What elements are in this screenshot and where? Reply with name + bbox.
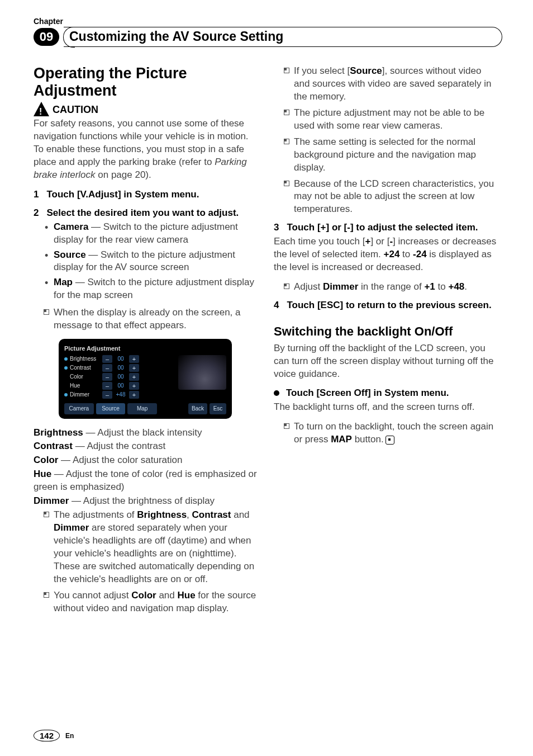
definitions: Brightness — Adjust the black intensity … [34,427,257,508]
text: If you select [ [294,65,350,76]
plus-button[interactable]: + [129,391,139,399]
note-list: If you select [Source], sources without … [274,65,497,216]
fig-value: +48 [112,391,129,399]
text: to [399,249,413,259]
term: -24 [413,249,427,259]
term: Hue [177,590,195,601]
page-title: Customizing the AV Source Setting [64,27,502,47]
step-3: 3Touch [+] or [-] to adjust the selected… [274,221,497,234]
term: Contrast [34,441,73,451]
note-item: Adjust Dimmer in the range of +1 to +48. [294,281,497,294]
minus-button[interactable]: – [102,364,112,372]
subsection-body: By turning off the backlight of the LCD … [274,342,497,381]
text: on page 20). [96,169,151,180]
text: button. [352,434,384,445]
note-item: When the display is already on the scree… [54,306,257,332]
tab-map[interactable]: Map [127,403,157,414]
text: ] or [ [370,236,389,247]
dot-icon [64,366,68,370]
list-item: Camera — Switch to the picture adjustmen… [54,221,257,247]
fig-label: Contrast [70,364,102,372]
term: Color [131,590,156,601]
chapter-badge: 09 [34,28,59,46]
fig-value: 00 [112,373,129,381]
plus-button[interactable]: + [129,382,139,390]
text: You cannot adjust [54,590,131,601]
note-item: If you select [Source], sources without … [294,65,497,103]
note-list: To turn on the backlight, touch the scre… [274,420,497,446]
action-bullet: Touch [Screen Off] in System menu. [274,387,497,400]
text: Each time you touch [ [274,236,365,247]
picture-adjustment-screenshot: Picture Adjustment Brightness–00+ Contra… [59,339,232,418]
term: Contrast [192,509,231,520]
fig-label: Brightness [70,355,102,363]
caution-label: CAUTION [53,103,98,116]
text: — Adjust the color saturation [58,455,182,465]
term: Map [54,277,73,287]
step-text: Touch [ESC] to return to the previous sc… [287,300,491,310]
plus-button[interactable]: + [129,373,139,381]
note-item: You cannot adjust Color and Hue for the … [54,589,257,615]
header-row: 09 Customizing the AV Source Setting [34,27,502,47]
step-2: 2Select the desired item you want to adj… [34,207,257,220]
left-column: Operating the Picture Adjustment CAUTION… [34,65,257,620]
text: — Adjust the contrast [73,441,165,451]
language-code: En [65,732,74,740]
text: to [435,281,449,292]
warning-icon [34,102,49,116]
term: Dimmer [323,281,358,292]
tab-camera[interactable]: Camera [64,403,94,414]
term: + [365,236,370,247]
term: MAP [331,434,352,445]
term: +48 [448,281,464,292]
note-item: The same setting is selected for the nor… [294,136,497,174]
esc-button[interactable]: Esc [210,403,226,414]
step-1: 1Touch [V.Adjust] in System menu. [34,188,257,201]
fig-value: 00 [112,382,129,390]
list-item: Source — Switch to the picture adjustmen… [54,249,257,275]
footer: 142 En [34,730,74,741]
text: . [464,281,467,292]
fig-label: Hue [70,382,102,390]
text: and [231,509,249,520]
dot-icon [64,357,68,361]
text: in the range of [358,281,424,292]
minus-button[interactable]: – [102,373,112,381]
minus-button[interactable]: – [102,355,112,363]
fig-value: 00 [112,355,129,363]
fig-label: Color [70,373,102,381]
minus-button[interactable]: – [102,382,112,390]
subsection-heading: Switching the backlight On/Off [274,323,497,340]
tab-source[interactable]: Source [96,403,126,414]
columns: Operating the Picture Adjustment CAUTION… [34,65,502,620]
preview-image [178,355,226,390]
page: Chapter 09 Customizing the AV Source Set… [0,0,533,756]
note-item: To turn on the backlight, touch the scre… [294,420,497,446]
term: Camera [54,221,88,232]
note-item: The adjustments of Brightness, Contrast … [54,509,257,586]
caution-row: CAUTION [34,102,257,116]
note-list: The adjustments of Brightness, Contrast … [34,509,257,615]
right-column: If you select [Source], sources without … [274,65,497,620]
term: Source [54,249,86,260]
term: Dimmer [54,522,89,533]
step-text: Touch [+] or [-] to adjust the selected … [287,222,478,233]
note-item: Because of the LCD screen characteristic… [294,178,497,216]
text: — Switch to the picture adjustment displ… [54,277,254,300]
fig-label: Dimmer [70,391,102,399]
minus-button[interactable]: – [102,391,112,399]
term: Brightness [137,509,187,520]
step-4: 4Touch [ESC] to return to the previous s… [274,299,497,312]
text: — Adjust the tone of color (red is empha… [34,469,257,492]
back-button[interactable]: Back [188,403,207,414]
page-number: 142 [34,730,60,741]
term: Color [34,455,58,465]
end-mark-icon [386,436,394,445]
note-list: When the display is already on the scree… [34,306,257,332]
term: +24 [384,249,400,259]
text: — Adjust the brightness of display [69,495,215,506]
plus-button[interactable]: + [129,364,139,372]
plus-button[interactable]: + [129,355,139,363]
note-item: The picture adjustment may not be able t… [294,107,497,133]
text: Adjust [294,281,323,292]
